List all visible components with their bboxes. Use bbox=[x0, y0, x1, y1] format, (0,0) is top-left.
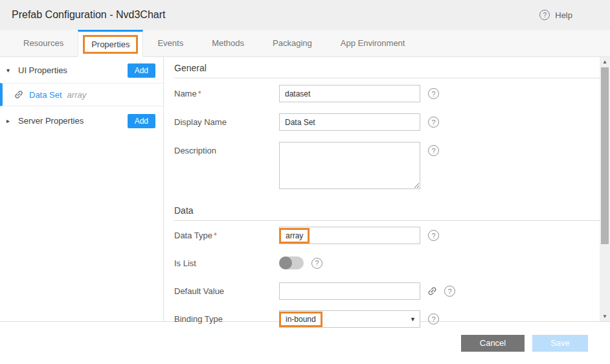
field-row-display-name: Display Name ? bbox=[174, 113, 600, 131]
description-help-icon[interactable]: ? bbox=[428, 145, 439, 156]
required-asterisk: * bbox=[198, 89, 201, 98]
data-type-label: Data Type* bbox=[174, 231, 279, 240]
help-icon: ? bbox=[539, 10, 550, 20]
default-value-label: Default Value bbox=[174, 286, 279, 296]
field-row-description: Description ? bbox=[174, 142, 600, 189]
ui-properties-label: UI Properties bbox=[18, 65, 128, 75]
dialog-body: ▾ UI Properties Add Data Set array ▸ Ser… bbox=[0, 57, 610, 322]
field-row-default-value: Default Value ? bbox=[174, 282, 600, 300]
bind-link-icon[interactable] bbox=[427, 286, 438, 297]
vertical-scrollbar[interactable]: ▲ ▼ bbox=[600, 57, 610, 321]
is-list-help-icon[interactable]: ? bbox=[311, 258, 322, 269]
field-row-name: Name* ? bbox=[174, 85, 600, 102]
toggle-knob bbox=[279, 256, 292, 269]
section-title-data: Data bbox=[174, 199, 600, 221]
link-icon bbox=[14, 89, 24, 100]
section-title-general: General bbox=[174, 57, 600, 78]
tab-packaging[interactable]: Packaging bbox=[258, 30, 326, 56]
page-title: Prefab Configuration - Nvd3Chart bbox=[12, 9, 165, 21]
scroll-up-icon[interactable]: ▲ bbox=[600, 57, 610, 67]
add-ui-property-button[interactable]: Add bbox=[128, 63, 155, 78]
is-list-label: Is List bbox=[174, 258, 279, 268]
help-link[interactable]: ? Help bbox=[539, 10, 572, 20]
default-value-input[interactable] bbox=[279, 282, 420, 300]
sidebar-group-server-properties[interactable]: ▸ Server Properties Add bbox=[0, 111, 163, 131]
binding-type-help-icon[interactable]: ? bbox=[428, 313, 439, 324]
server-properties-label: Server Properties bbox=[18, 116, 128, 126]
property-form: General Name* ? Display Name ? Descripti… bbox=[164, 57, 610, 321]
add-server-property-button[interactable]: Add bbox=[128, 114, 155, 128]
field-row-data-type: Data Type* array ? bbox=[174, 227, 600, 244]
annotation-box-binding-type: in-bound bbox=[279, 312, 322, 327]
field-row-is-list: Is List ? bbox=[174, 256, 600, 269]
name-help-icon[interactable]: ? bbox=[428, 88, 439, 99]
name-label: Name* bbox=[174, 89, 279, 98]
name-input[interactable] bbox=[279, 85, 420, 102]
title-bar: Prefab Configuration - Nvd3Chart ? Help bbox=[0, 0, 610, 30]
data-type-input[interactable]: array bbox=[279, 227, 420, 244]
cancel-button[interactable]: Cancel bbox=[461, 335, 525, 352]
dataset-item-type: array bbox=[67, 90, 87, 100]
display-name-input[interactable] bbox=[279, 113, 420, 131]
required-asterisk: * bbox=[214, 231, 217, 240]
description-label: Description bbox=[174, 142, 279, 155]
description-textarea[interactable] bbox=[279, 142, 420, 189]
dialog-footer: Cancel Save bbox=[0, 322, 610, 364]
tab-app-environment[interactable]: App Environment bbox=[326, 30, 420, 56]
sidebar-group-ui-properties[interactable]: ▾ UI Properties Add bbox=[0, 60, 163, 80]
dataset-item-label: Data Set bbox=[29, 90, 62, 100]
display-name-help-icon[interactable]: ? bbox=[428, 117, 439, 128]
sidebar: ▾ UI Properties Add Data Set array ▸ Ser… bbox=[0, 57, 164, 321]
chevron-down-icon[interactable]: ▾ bbox=[6, 67, 18, 74]
annotation-box-data-type: array bbox=[279, 228, 310, 244]
tab-properties[interactable]: Properties bbox=[78, 30, 143, 57]
binding-type-label: Binding Type bbox=[174, 314, 279, 324]
sidebar-item-dataset[interactable]: Data Set array bbox=[0, 83, 163, 106]
tab-methods[interactable]: Methods bbox=[198, 30, 258, 56]
scroll-down-icon[interactable]: ▼ bbox=[600, 312, 610, 321]
help-label: Help bbox=[555, 10, 572, 20]
tab-bar: Resources Properties Events Methods Pack… bbox=[0, 30, 610, 57]
default-value-help-icon[interactable]: ? bbox=[444, 286, 455, 297]
data-type-help-icon[interactable]: ? bbox=[428, 230, 439, 241]
dropdown-arrow-icon: ▼ bbox=[410, 316, 416, 323]
display-name-label: Display Name bbox=[174, 117, 279, 127]
binding-type-select[interactable]: in-bound ▼ bbox=[279, 310, 420, 328]
scrollbar-thumb[interactable] bbox=[601, 67, 609, 244]
save-button[interactable]: Save bbox=[532, 335, 588, 352]
field-row-binding-type: Binding Type in-bound ▼ ? bbox=[174, 310, 600, 328]
chevron-right-icon[interactable]: ▸ bbox=[6, 117, 18, 124]
tab-events[interactable]: Events bbox=[143, 30, 198, 56]
tab-resources[interactable]: Resources bbox=[9, 30, 78, 56]
annotation-box-properties: Properties bbox=[83, 35, 138, 54]
is-list-toggle[interactable] bbox=[279, 256, 304, 269]
